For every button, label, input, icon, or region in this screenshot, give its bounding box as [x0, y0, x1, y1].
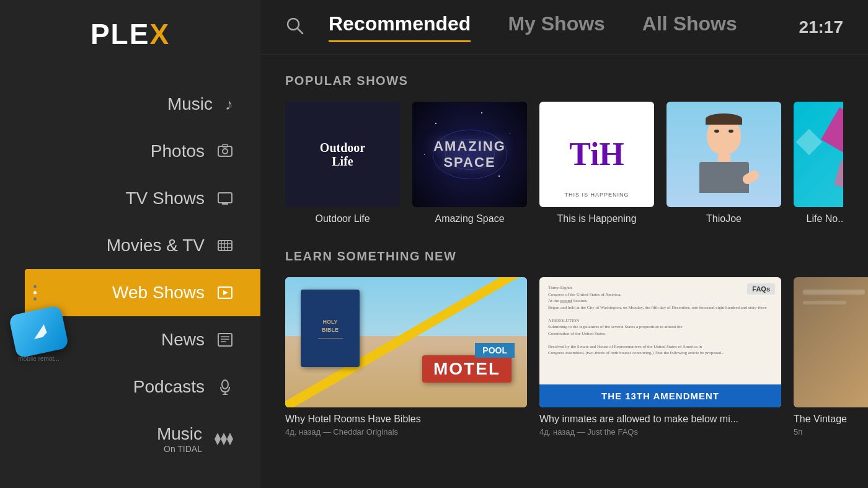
- sidebar-item-tidal-sublabel: On TIDAL: [164, 444, 202, 454]
- search-button[interactable]: [285, 16, 304, 39]
- thiojoe-eye-left: [714, 130, 719, 133]
- tab-recommended[interactable]: Recommended: [329, 12, 471, 42]
- show-name-thiojoe: ThioJoe: [706, 213, 742, 224]
- sidebar: PLEX Music ♪ Photos TV Shows: [0, 0, 260, 488]
- motel-sign: MOTEL: [422, 355, 512, 383]
- music-icon: ♪: [225, 95, 233, 114]
- pool-sign: POOL: [475, 343, 515, 358]
- learn-thumb-vintage: A: [794, 277, 868, 407]
- svg-marker-23: [215, 433, 233, 445]
- faqs-badge: FAQs: [747, 283, 775, 295]
- thiojoe-body: [699, 162, 749, 193]
- lifeno-shape2: [835, 161, 843, 192]
- amendment-doc-text: Thirty-Eighth Congress of the United Sta…: [539, 277, 781, 364]
- popular-shows-row: OutdoorLife Outdoor Life: [285, 102, 843, 224]
- learn-meta-13th: 4д. назад — Just the FAQs: [539, 427, 781, 437]
- bible-text: HOLYBIBLE: [318, 318, 342, 334]
- bible-divider: [318, 338, 343, 339]
- thiojoe-hair: [706, 113, 742, 125]
- sidebar-item-photos[interactable]: Photos: [0, 128, 260, 175]
- sidebar-item-tidal[interactable]: Music On TIDAL: [0, 410, 260, 468]
- show-name-lifeno: Life No...: [794, 213, 843, 224]
- content-area: POPULAR SHOWS OutdoorLife Outdoor Life: [260, 55, 868, 488]
- learn-meta-hotel: 4д. назад — Cheddar Originals: [285, 427, 527, 437]
- thiojoe-eye-right: [728, 130, 733, 133]
- sidebar-item-music[interactable]: Music ♪: [0, 81, 260, 128]
- popular-shows-title: POPULAR SHOWS: [285, 74, 843, 88]
- motel-text: MOTEL: [433, 359, 500, 379]
- amendment-banner-text: THE 13TH AMENDMENT: [546, 391, 775, 401]
- news-icon: [217, 332, 233, 348]
- sidebar-item-webshows[interactable]: Web Shows: [25, 269, 260, 316]
- vintage-line2: [803, 301, 846, 304]
- outdoor-life-logo-text: OutdoorLife: [314, 141, 371, 168]
- lifeno-shape1: [821, 107, 843, 158]
- pool-text: POOL: [482, 345, 507, 355]
- main-content: Recommended My Shows All Shows 21:17 POP…: [260, 0, 868, 488]
- tvshows-icon: [217, 190, 233, 206]
- learn-card-13th-amendment[interactable]: Thirty-Eighth Congress of the United Sta…: [539, 277, 781, 437]
- plex-x: X: [149, 18, 170, 50]
- nav-tabs: Recommended My Shows All Shows: [329, 12, 774, 42]
- lifeno-shape3: [796, 129, 822, 155]
- learn-thumb-hotel: HOLYBIBLE MOTEL POOL: [285, 277, 527, 407]
- news-section: mobile remot... News: [0, 316, 260, 363]
- tih-subtitle: THIS IS HAPPENING: [564, 192, 629, 198]
- show-name-outdoor-life: Outdoor Life: [315, 213, 370, 224]
- show-thumb-lifeno: [794, 102, 843, 207]
- svg-rect-16: [218, 334, 232, 346]
- svg-marker-13: [223, 290, 228, 295]
- tidal-icon: [215, 433, 233, 445]
- sidebar-item-tvshows-label: TV Shows: [125, 189, 205, 208]
- show-card-lifeno[interactable]: Life No...: [794, 102, 843, 224]
- sidebar-nav: Music ♪ Photos TV Shows: [0, 81, 260, 468]
- tab-allshows[interactable]: All Shows: [642, 12, 737, 42]
- learn-meta-vintage: 5п: [794, 427, 868, 437]
- vintage-line1: [803, 290, 865, 295]
- notification-bubble: mobile remot...: [12, 310, 65, 362]
- show-thumb-outdoor-life: OutdoorLife: [285, 102, 400, 207]
- show-name-tih: This is Happening: [557, 213, 636, 224]
- show-card-amazing-space[interactable]: AMAZINGSPACE Amazing Space: [412, 102, 527, 224]
- show-thumb-thiojoe: [666, 102, 781, 207]
- learn-title-vintage: The Vintage: [794, 414, 868, 425]
- photos-icon: [217, 143, 233, 159]
- thiojoe-person: [699, 116, 749, 193]
- sidebar-item-podcasts[interactable]: Podcasts: [0, 363, 260, 410]
- learn-title-hotel: Why Hotel Rooms Have Bibles: [285, 414, 527, 425]
- learn-section-title: LEARN SOMETHING NEW: [285, 249, 843, 264]
- sidebar-item-moviestv[interactable]: Movies & TV: [0, 222, 260, 269]
- sidebar-item-podcasts-label: Podcasts: [133, 377, 205, 397]
- learn-title-13th: Why inmates are allowed to make below mi…: [539, 414, 781, 425]
- sidebar-dots: [33, 285, 37, 301]
- learn-card-hotel-bibles[interactable]: HOLYBIBLE MOTEL POOL Why Hotel Rooms Hav…: [285, 277, 527, 437]
- svg-rect-3: [218, 193, 232, 203]
- moviestv-icon: [217, 237, 233, 254]
- sidebar-item-music-label: Music: [167, 94, 213, 114]
- show-thumb-amazing-space: AMAZINGSPACE: [412, 102, 527, 207]
- show-name-amazing-space: Amazing Space: [435, 213, 504, 224]
- thiojoe-head: [707, 116, 741, 154]
- svg-line-25: [298, 29, 303, 33]
- show-card-outdoor-life[interactable]: OutdoorLife Outdoor Life: [285, 102, 400, 224]
- learn-row: HOLYBIBLE MOTEL POOL Why Hotel Rooms Hav…: [285, 277, 843, 437]
- sidebar-item-webshows-label: Web Shows: [112, 283, 205, 303]
- show-card-this-is-happening[interactable]: TiH THIS IS HAPPENING This is Happening: [539, 102, 654, 224]
- podcasts-icon: [217, 379, 233, 395]
- sidebar-item-tvshows[interactable]: TV Shows: [0, 175, 260, 222]
- sidebar-item-news-label: News: [161, 330, 205, 350]
- plex-logo: PLEX: [91, 17, 170, 51]
- learn-card-vintage[interactable]: A The Vintage 5п: [794, 277, 868, 437]
- amendment-banner: THE 13TH AMENDMENT: [539, 384, 781, 407]
- learn-section: LEARN SOMETHING NEW HOLYBIBLE: [285, 249, 843, 437]
- svg-rect-6: [218, 241, 232, 251]
- popular-shows-section: POPULAR SHOWS OutdoorLife Outdoor Life: [285, 74, 843, 224]
- show-card-thiojoe[interactable]: ThioJoe: [666, 102, 781, 224]
- logo-container: PLEX: [0, 0, 260, 68]
- tab-myshows[interactable]: My Shows: [508, 12, 604, 42]
- svg-point-1: [223, 149, 228, 154]
- sidebar-item-moviestv-label: Movies & TV: [107, 236, 205, 255]
- learn-thumb-13th: Thirty-Eighth Congress of the United Sta…: [539, 277, 781, 407]
- svg-point-20: [222, 380, 228, 389]
- clock-display: 21:17: [799, 17, 843, 37]
